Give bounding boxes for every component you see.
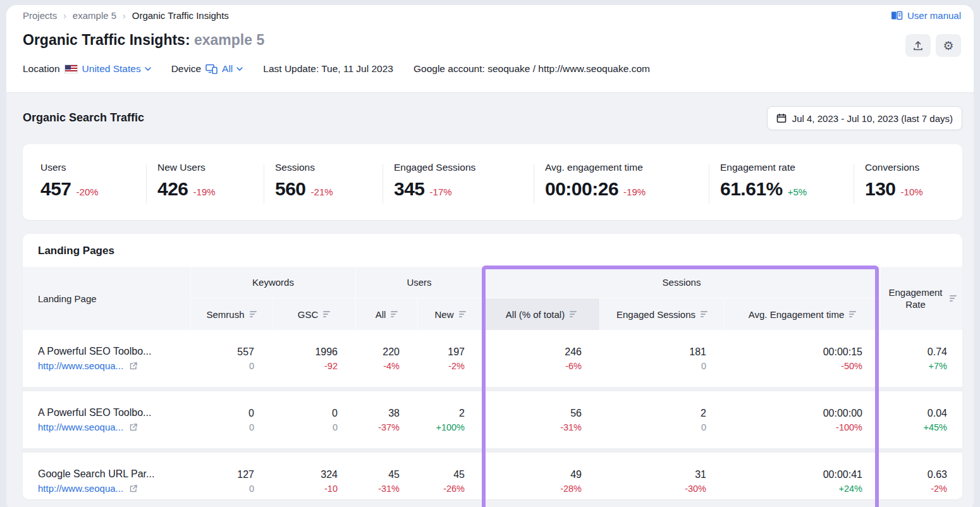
breadcrumb: Projects › example 5 › Organic Traffic I…	[23, 10, 229, 21]
google-account: Google account: seoquake / http://www.se…	[413, 63, 650, 75]
stat-value: 00:00:26	[545, 178, 618, 200]
stats-card: Users 457-20% New Users 426-19% Sessions…	[23, 144, 962, 220]
stat-value: 426	[157, 178, 188, 200]
sort-icon	[849, 311, 856, 317]
column-header-avg-engagement-time[interactable]: Avg. Engagement time	[724, 298, 880, 330]
breadcrumb-separator-icon: ›	[123, 11, 126, 21]
landing-pages-card: Landing Pages Landing Page Keywords User…	[23, 234, 962, 499]
users-new-cell: 2+100%	[417, 391, 482, 448]
location-value: United States	[82, 63, 141, 75]
landing-page-title: A Powerful SEO Toolbo...	[38, 346, 151, 357]
page-title-project: example 5	[194, 32, 264, 48]
gear-icon: ⚙	[943, 40, 953, 52]
stat-new-users: New Users 426-19%	[146, 144, 264, 220]
device-value: All	[222, 63, 233, 75]
stat-delta: -21%	[311, 186, 333, 197]
users-all-cell: 220-4%	[355, 330, 417, 387]
page-title: Organic Traffic Insights: example 5	[23, 32, 264, 49]
user-manual-link[interactable]: User manual	[891, 10, 961, 21]
stat-value: 130	[865, 178, 896, 200]
column-header-engagement-rate[interactable]: Engagement Rate	[880, 267, 962, 330]
user-manual-label: User manual	[907, 10, 961, 21]
stat-delta: -17%	[430, 186, 452, 197]
stat-delta: -10%	[901, 186, 923, 197]
sessions-all-cell: 56-31%	[482, 391, 599, 448]
export-icon	[912, 40, 924, 51]
column-header-semrush[interactable]: Semrush	[190, 298, 272, 330]
column-group-sessions: Sessions	[482, 267, 880, 298]
stat-delta: -19%	[193, 186, 216, 197]
column-header-sessions-all[interactable]: All (% of total)	[482, 298, 599, 330]
stat-delta: -20%	[77, 186, 99, 197]
table-header: Landing Page Keywords Users Sessions Eng…	[23, 267, 962, 330]
engagement-rate-cell: 0.63-2%	[880, 453, 962, 499]
landing-page-title: Google Search URL Par...	[38, 468, 154, 480]
semrush-cell: 5570	[190, 330, 272, 387]
chevron-down-icon	[145, 67, 151, 71]
calendar-icon	[776, 113, 787, 123]
row-separator	[23, 387, 962, 391]
stat-value: 457	[40, 178, 71, 200]
engagement-rate-cell: 0.74+7%	[880, 330, 962, 387]
settings-button[interactable]: ⚙	[936, 34, 961, 57]
stat-engagement-rate: Engagement rate 61.61%+5%	[709, 144, 854, 220]
landing-page-url-link[interactable]: http://www.seoqua...	[38, 422, 138, 432]
sessions-all-cell: 246-6%	[482, 330, 599, 387]
semrush-cell: 1270	[190, 453, 272, 499]
engagement-rate-cell: 0.04+45%	[880, 391, 962, 448]
users-all-cell: 45-31%	[355, 453, 417, 499]
column-header-engaged-sessions[interactable]: Engaged Sessions	[599, 298, 724, 330]
stat-conversions: Conversions 130-10%	[854, 144, 962, 220]
device-label: Device	[171, 63, 201, 75]
sort-icon	[391, 311, 398, 317]
stat-value: 345	[394, 178, 425, 200]
location-dropdown[interactable]: Location United States	[23, 63, 151, 75]
column-group-users: Users	[355, 267, 482, 298]
sessions-all-cell: 49-28%	[482, 453, 599, 499]
landing-page-title: A Powerful SEO Toolbo...	[38, 407, 151, 418]
breadcrumb-projects[interactable]: Projects	[23, 10, 57, 21]
column-group-keywords: Keywords	[190, 267, 355, 298]
breadcrumb-separator-icon: ›	[63, 11, 66, 21]
avg-engagement-time-cell: 00:00:41+24%	[724, 453, 880, 499]
table-row: A Powerful SEO Toolbo... http://www.seoq…	[23, 391, 962, 448]
landing-page-url-link[interactable]: http://www.seoqua...	[38, 483, 138, 494]
device-dropdown[interactable]: Device All	[171, 63, 243, 75]
engaged-sessions-cell: 1810	[599, 330, 724, 387]
column-header-users-new[interactable]: New	[417, 298, 482, 330]
landing-page-cell: A Powerful SEO Toolbo... http://www.seoq…	[23, 391, 190, 448]
export-button[interactable]	[905, 34, 931, 57]
gsc-cell: 00	[272, 391, 355, 448]
column-header-users-all[interactable]: All	[355, 298, 417, 330]
stat-value: 560	[275, 178, 306, 200]
landing-page-cell: Google Search URL Par... http://www.seoq…	[23, 453, 190, 499]
us-flag-icon	[64, 64, 78, 73]
location-label: Location	[23, 63, 60, 75]
breadcrumb-project-name[interactable]: example 5	[73, 10, 116, 21]
landing-page-cell: A Powerful SEO Toolbo... http://www.seoq…	[23, 330, 190, 387]
date-range-picker[interactable]: Jul 4, 2023 - Jul 10, 2023 (last 7 days)	[767, 106, 962, 130]
avg-engagement-time-cell: 00:00:15-50%	[724, 330, 880, 387]
stat-users: Users 457-20%	[23, 144, 146, 220]
devices-icon	[205, 64, 217, 74]
column-header-gsc[interactable]: GSC	[272, 298, 355, 330]
users-all-cell: 38-37%	[355, 391, 417, 448]
semrush-cell: 00	[190, 391, 272, 448]
landing-page-url-link[interactable]: http://www.seoqua...	[38, 360, 138, 371]
top-actions: ⚙	[905, 34, 961, 57]
external-link-icon[interactable]	[129, 484, 138, 493]
external-link-icon[interactable]	[129, 362, 138, 370]
users-new-cell: 45-26%	[417, 453, 482, 499]
organic-search-traffic-title: Organic Search Traffic	[23, 111, 144, 125]
last-update: Last Update: Tue, 11 Jul 2023	[263, 63, 393, 75]
table-row: Google Search URL Par... http://www.seoq…	[23, 453, 962, 499]
external-link-icon[interactable]	[129, 423, 138, 432]
user-manual-icon	[891, 11, 903, 21]
landing-pages-title: Landing Pages	[23, 234, 962, 267]
gsc-cell: 324-10	[272, 453, 355, 499]
stat-delta: -19%	[623, 186, 646, 197]
table-row: A Powerful SEO Toolbo... http://www.seoq…	[23, 330, 962, 387]
users-new-cell: 197-2%	[417, 330, 482, 387]
row-separator	[23, 448, 962, 453]
gsc-cell: 1996-92	[272, 330, 355, 387]
